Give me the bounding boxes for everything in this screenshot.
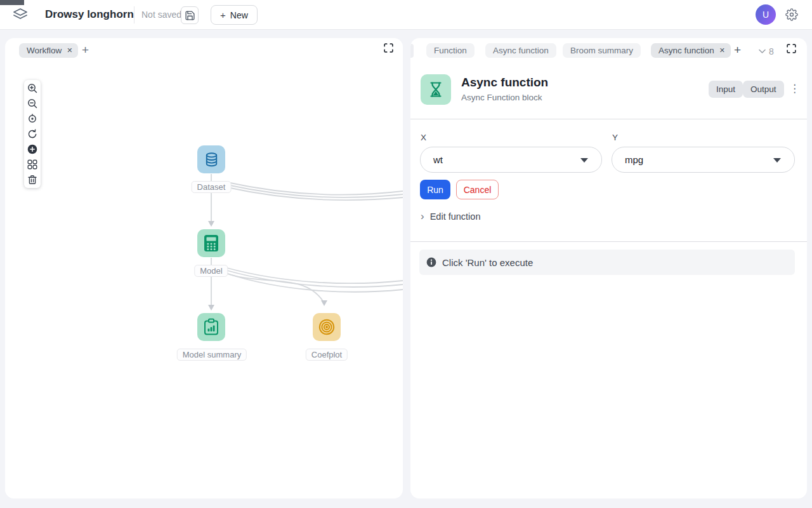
locate-icon[interactable] [27,114,37,124]
zoom-out-icon[interactable] [27,98,37,109]
block-title: Async function [461,76,548,90]
floppy-disk-icon [185,10,195,21]
input-button[interactable]: Input [709,81,743,98]
kebab-menu-icon[interactable]: ⋮ [789,82,800,95]
clipped-tab-remnant[interactable] [410,44,414,58]
chevron-down-icon [759,49,766,54]
hourglass-icon [427,81,445,98]
status-message-box: Click 'Run' to execute [419,250,795,275]
tab-label: Function [434,46,467,55]
node-label-model-summary[interactable]: Model summary [177,349,247,361]
new-button[interactable]: + New [211,5,258,25]
new-button-label: New [230,10,248,20]
node-dataset[interactable] [197,145,225,173]
y-select-value: mpg [625,154,643,165]
gear-icon[interactable] [785,8,798,21]
avatar[interactable]: U [756,4,776,25]
node-label-coefplot[interactable]: Coefplot [306,349,348,361]
database-icon [203,151,220,168]
node-label-model[interactable]: Model [194,265,228,277]
cancel-button[interactable]: Cancel [456,180,499,199]
caret-down-icon [580,158,588,163]
save-button[interactable] [181,6,199,24]
reset-view-icon[interactable] [27,129,37,139]
tab-broom-summary[interactable]: Broom summary [563,43,641,58]
run-button[interactable]: Run [420,180,450,199]
caret-down-icon [773,158,781,163]
add-block-icon[interactable] [27,144,37,154]
tab-async-function[interactable]: Async function [485,43,556,58]
delete-icon[interactable] [27,175,37,185]
node-model[interactable] [197,229,225,257]
tab-label: Async function [493,46,549,55]
tab-label: Broom summary [570,46,633,55]
x-field-label: X [421,133,426,142]
block-type-icon-container [421,74,451,105]
y-field-label: Y [612,133,618,142]
grid-layout-icon[interactable] [27,159,37,170]
calculator-icon [204,234,219,252]
edit-function-toggle[interactable]: › Edit function [421,211,480,222]
header-divider [410,119,807,119]
close-icon[interactable]: ✕ [719,47,725,54]
status-message: Click 'Run' to execute [442,257,533,268]
clipboard-chart-icon [203,318,219,336]
tab-label: Async function [658,46,714,55]
target-circles-icon [318,318,336,336]
topbar-divider [134,6,134,23]
canvas-toolbar [24,80,41,188]
plus-icon: + [220,10,226,20]
inspector-fullscreen-icon[interactable] [786,43,797,54]
tab-function[interactable]: Function [426,43,475,58]
zoom-in-icon[interactable] [27,83,37,93]
block-subtitle: Async Function block [461,93,542,102]
form-divider [410,241,807,242]
chevron-right-icon: › [421,211,424,222]
save-status-text: Not saved [141,10,181,20]
add-tab-button[interactable]: + [734,44,741,56]
app-logo-layers-icon[interactable] [13,7,28,22]
block-inspector-panel: Function Async function Broom summary As… [410,38,807,498]
output-button[interactable]: Output [743,81,784,98]
node-coefplot[interactable] [313,313,341,341]
avatar-letter: U [763,10,769,20]
top-bar: Drowsy longhorn Not saved + New U [0,0,812,30]
tab-overflow-dropdown[interactable]: 8 [759,46,774,57]
node-label-dataset[interactable]: Dataset [192,181,232,193]
corner-artifact [0,0,24,5]
info-icon [426,257,436,267]
x-select-value: wt [433,154,443,165]
workflow-canvas-panel: Workflow ✕ + [5,38,403,498]
x-select[interactable]: wt [420,147,602,173]
node-model-summary[interactable] [197,313,225,341]
tab-overflow-count: 8 [769,46,774,57]
page-title: Drowsy longhorn [45,8,134,21]
edit-function-label: Edit function [430,211,481,222]
tab-async-function-active[interactable]: Async function ✕ [651,43,731,58]
y-select[interactable]: mpg [612,147,795,173]
